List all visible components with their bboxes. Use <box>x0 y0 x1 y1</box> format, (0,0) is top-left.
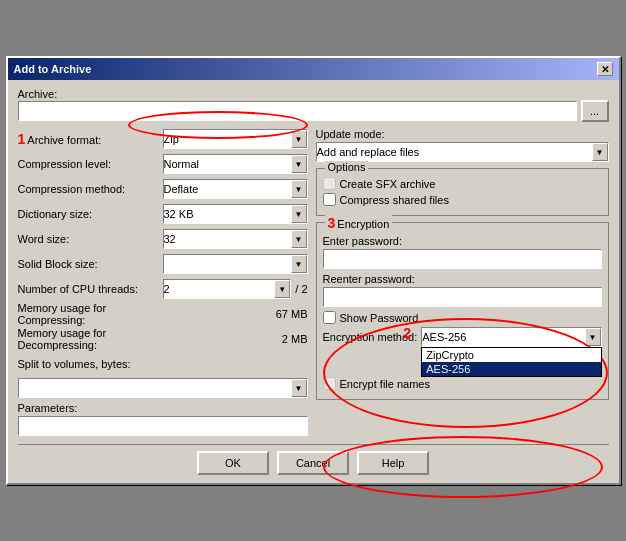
encryption-dropdown-popup: ZipCrypto AES-256 <box>421 347 601 377</box>
update-mode-select[interactable]: Add and replace files <box>316 142 609 162</box>
badge-2: 2 <box>403 325 411 341</box>
archive-format-row: 1Archive format: Zip 7z tar ▼ <box>18 128 308 150</box>
show-password-checkbox[interactable] <box>323 311 336 324</box>
dictionary-size-select[interactable]: 32 KB <box>163 204 308 224</box>
dialog-title: Add to Archive <box>14 63 92 75</box>
parameters-section: Parameters: <box>18 402 308 436</box>
archive-label: Archive: <box>18 88 609 100</box>
archive-format-select[interactable]: Zip 7z tar <box>163 129 308 149</box>
ok-button[interactable]: OK <box>197 451 269 475</box>
dropdown-item-zipcrypto[interactable]: ZipCrypto <box>422 348 600 362</box>
word-size-row: Word size: 32 ▼ <box>18 228 308 250</box>
word-size-label: Word size: <box>18 233 163 245</box>
compression-level-label: Compression level: <box>18 158 163 170</box>
compression-level-row: Compression level: Normal ▼ <box>18 153 308 175</box>
split-volumes-input-row: ▼ <box>18 378 308 398</box>
main-content: 1Archive format: Zip 7z tar ▼ <box>18 128 609 436</box>
compression-method-field: Deflate ▼ <box>163 179 308 199</box>
compression-method-label: Compression method: <box>18 183 163 195</box>
memory-decompress-row: Memory usage for Decompressing: 2 MB <box>18 328 308 350</box>
parameters-input[interactable] <box>18 416 308 436</box>
encrypt-names-checkbox[interactable] <box>323 377 336 390</box>
dropdown-item-aes256[interactable]: AES-256 <box>422 362 600 376</box>
parameters-label: Parameters: <box>18 402 308 414</box>
create-sfx-checkbox[interactable] <box>323 177 336 190</box>
buttons-row: OK Cancel Help <box>18 444 609 475</box>
cpu-split-row: 2 ▼ / 2 <box>163 279 308 299</box>
solid-block-size-select[interactable] <box>163 254 308 274</box>
encryption-method-wrapper: 2 ZipCrypto AES-256 ▼ ZipCrypto <box>421 327 601 347</box>
solid-block-size-field: ▼ <box>163 254 308 274</box>
options-group: Options Create SFX archive Compress shar… <box>316 168 609 216</box>
cpu-threads-select[interactable]: 2 <box>163 279 292 299</box>
badge-3: 3 <box>328 215 336 231</box>
title-bar: Add to Archive ✕ <box>8 58 619 80</box>
compress-shared-label: Compress shared files <box>340 194 449 206</box>
memory-compress-label: Memory usage for Compressing: <box>18 302 163 326</box>
encryption-method-select[interactable]: ZipCrypto AES-256 <box>421 327 601 347</box>
browse-button[interactable]: ... <box>581 100 609 122</box>
cpu-threads-label: Number of CPU threads: <box>18 283 163 295</box>
left-panel: 1Archive format: Zip 7z tar ▼ <box>18 128 308 436</box>
split-volumes-row: Split to volumes, bytes: <box>18 353 308 375</box>
dialog-body: Archive: Private Document.zip ... 1Archi… <box>8 80 619 483</box>
create-sfx-label: Create SFX archive <box>340 178 436 190</box>
compress-shared-checkbox[interactable] <box>323 193 336 206</box>
right-panel: Update mode: Add and replace files ▼ Opt… <box>316 128 609 436</box>
memory-compress-value: 67 MB <box>163 308 308 320</box>
create-sfx-row: Create SFX archive <box>323 177 602 190</box>
encryption-title: 3Encryption <box>325 215 393 231</box>
compression-level-select[interactable]: Normal <box>163 154 308 174</box>
encrypt-names-label: Encrypt file names <box>340 378 430 390</box>
reenter-password-label: Reenter password: <box>323 273 602 285</box>
add-to-archive-dialog: Add to Archive ✕ Archive: Private Docume… <box>6 56 621 485</box>
word-size-field: 32 ▼ <box>163 229 308 249</box>
show-password-row: Show Password <box>323 311 602 324</box>
split-volumes-select[interactable] <box>18 378 308 398</box>
archive-section: Archive: Private Document.zip ... <box>18 88 609 122</box>
options-title: Options <box>325 161 369 173</box>
reenter-password-input[interactable] <box>323 287 602 307</box>
enter-password-input[interactable] <box>323 249 602 269</box>
cpu-threads-row: Number of CPU threads: 2 ▼ / 2 <box>18 278 308 300</box>
encryption-method-row: Encryption method: 2 ZipCrypto AES-256 ▼ <box>323 327 602 347</box>
cancel-button[interactable]: Cancel <box>277 451 349 475</box>
compression-method-row: Compression method: Deflate ▼ <box>18 178 308 200</box>
compression-level-field: Normal ▼ <box>163 154 308 174</box>
memory-compress-row: Memory usage for Compressing: 67 MB <box>18 303 308 325</box>
archive-format-label: 1Archive format: <box>18 131 163 147</box>
cpu-threads-max: / 2 <box>295 283 307 295</box>
memory-decompress-value: 2 MB <box>163 333 308 345</box>
archive-format-field: Zip 7z tar ▼ <box>163 129 308 149</box>
archive-input[interactable]: Private Document.zip <box>18 101 577 121</box>
reenter-password-section: Reenter password: <box>323 273 602 307</box>
update-mode-label: Update mode: <box>316 128 609 140</box>
split-volumes-label: Split to volumes, bytes: <box>18 358 163 370</box>
close-button[interactable]: ✕ <box>597 62 613 76</box>
encrypt-names-row: Encrypt file names <box>323 377 602 390</box>
update-mode-section: Update mode: Add and replace files ▼ <box>316 128 609 162</box>
enter-password-section: Enter password: <box>323 235 602 269</box>
badge-1: 1 <box>18 131 26 147</box>
dictionary-size-label: Dictionary size: <box>18 208 163 220</box>
solid-block-size-label: Solid Block size: <box>18 258 163 270</box>
compress-shared-row: Compress shared files <box>323 193 602 206</box>
cpu-threads-field: 2 ▼ / 2 <box>163 279 308 299</box>
compression-method-select[interactable]: Deflate <box>163 179 308 199</box>
memory-decompress-label: Memory usage for Decompressing: <box>18 327 163 351</box>
show-password-label: Show Password <box>340 312 419 324</box>
encryption-group: 3Encryption Enter password: Reenter pass… <box>316 222 609 400</box>
enter-password-label: Enter password: <box>323 235 602 247</box>
help-button[interactable]: Help <box>357 451 429 475</box>
dictionary-size-field: 32 KB ▼ <box>163 204 308 224</box>
word-size-select[interactable]: 32 <box>163 229 308 249</box>
solid-block-size-row: Solid Block size: ▼ <box>18 253 308 275</box>
archive-input-row: Private Document.zip ... <box>18 100 609 122</box>
dictionary-size-row: Dictionary size: 32 KB ▼ <box>18 203 308 225</box>
